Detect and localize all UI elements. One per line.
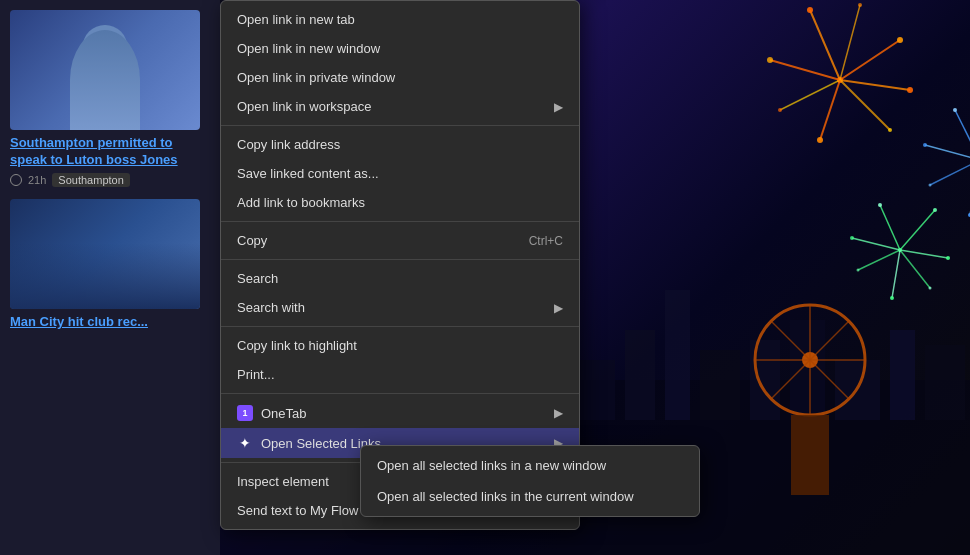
menu-label-add-link-bookmarks: Add link to bookmarks — [237, 195, 365, 210]
menu-label-open-private-window: Open link in private window — [237, 70, 395, 85]
svg-line-3 — [840, 80, 890, 130]
svg-line-24 — [955, 110, 970, 160]
divider-4 — [221, 326, 579, 327]
svg-line-2 — [840, 80, 910, 90]
menu-item-print[interactable]: Print... — [221, 360, 579, 389]
menu-item-open-workspace[interactable]: Open link in workspace ▶ — [221, 92, 579, 121]
copy-shortcut: Ctrl+C — [529, 234, 563, 248]
menu-label-open-workspace: Open link in workspace — [237, 99, 371, 114]
svg-line-22 — [930, 160, 970, 185]
svg-rect-74 — [925, 345, 965, 420]
onetab-icon: 1 — [237, 405, 253, 421]
menu-label-search-with: Search with — [237, 300, 305, 315]
svg-point-54 — [857, 269, 860, 272]
menu-item-search[interactable]: Search — [221, 264, 579, 293]
menu-item-save-linked-content[interactable]: Save linked content as... — [221, 159, 579, 188]
svg-point-51 — [946, 256, 950, 260]
star-icon-wrap: ✦ — [237, 435, 253, 451]
news-panel: Southampton permitted to speak to Luton … — [0, 0, 220, 555]
menu-label-onetab: OneTab — [261, 406, 307, 421]
svg-rect-81 — [791, 415, 829, 495]
svg-rect-68 — [665, 290, 690, 420]
svg-point-9 — [897, 37, 903, 43]
svg-line-43 — [900, 210, 935, 250]
news-card-1[interactable]: Southampton permitted to speak to Luton … — [10, 10, 210, 187]
menu-label-open-new-tab: Open link in new tab — [237, 12, 355, 27]
menu-item-copy-link-address[interactable]: Copy link address — [221, 130, 579, 159]
divider-5 — [221, 393, 579, 394]
onetab-icon-wrap: 1 — [237, 405, 253, 421]
svg-line-44 — [900, 250, 948, 258]
svg-point-52 — [929, 287, 932, 290]
menu-label-copy-link-address: Copy link address — [237, 137, 340, 152]
menu-label-print: Print... — [237, 367, 275, 382]
menu-item-open-new-window[interactable]: Open link in new window — [221, 34, 579, 63]
svg-point-13 — [778, 108, 782, 112]
svg-point-56 — [878, 203, 882, 207]
svg-point-12 — [817, 137, 823, 143]
news-card-2[interactable]: Man City hit club rec... — [10, 199, 210, 331]
menu-item-open-private-window[interactable]: Open link in private window — [221, 63, 579, 92]
menu-label-search: Search — [237, 271, 278, 286]
time-icon-1 — [10, 174, 22, 186]
svg-point-31 — [923, 143, 927, 147]
news-title-1[interactable]: Southampton permitted to speak to Luton … — [10, 135, 210, 169]
svg-line-49 — [880, 205, 900, 250]
news-card-image-1 — [10, 10, 200, 130]
chevron-right-icon: ▶ — [554, 100, 563, 114]
svg-line-7 — [810, 10, 840, 80]
menu-item-search-with[interactable]: Search with ▶ — [221, 293, 579, 322]
svg-line-23 — [925, 145, 970, 160]
menu-label-open-new-window: Open link in new window — [237, 41, 380, 56]
star-icon: ✦ — [237, 435, 253, 451]
menu-item-open-new-tab[interactable]: Open link in new tab — [221, 5, 579, 34]
chevron-right-icon-search: ▶ — [554, 301, 563, 315]
news-time-1: 21h — [28, 174, 46, 186]
svg-point-15 — [807, 7, 813, 13]
svg-point-55 — [850, 236, 854, 240]
menu-item-add-link-bookmarks[interactable]: Add link to bookmarks — [221, 188, 579, 217]
news-meta-1: 21h Southampton — [10, 173, 210, 187]
open-selected-links-submenu: Open all selected links in a new window … — [360, 445, 700, 517]
divider-2 — [221, 221, 579, 222]
svg-line-47 — [858, 250, 900, 270]
svg-line-45 — [900, 250, 930, 288]
person-body — [70, 30, 140, 130]
menu-label-copy: Copy — [237, 233, 267, 248]
svg-point-11 — [888, 128, 892, 132]
divider-1 — [221, 125, 579, 126]
svg-point-10 — [907, 87, 913, 93]
menu-label-copy-link-highlight: Copy link to highlight — [237, 338, 357, 353]
svg-point-14 — [767, 57, 773, 63]
news-tag-1[interactable]: Southampton — [52, 173, 129, 187]
crowd-overlay — [10, 243, 200, 309]
svg-point-50 — [933, 208, 937, 212]
menu-item-onetab[interactable]: 1 OneTab ▶ — [221, 398, 579, 428]
svg-line-46 — [892, 250, 900, 298]
menu-label-save-linked-content: Save linked content as... — [237, 166, 379, 181]
svg-line-6 — [770, 60, 840, 80]
submenu-item-open-all-current-window[interactable]: Open all selected links in the current w… — [361, 481, 699, 512]
svg-point-53 — [890, 296, 894, 300]
submenu-item-open-all-new-window[interactable]: Open all selected links in a new window — [361, 450, 699, 481]
svg-rect-69 — [700, 350, 740, 420]
submenu-label-open-all-new-window: Open all selected links in a new window — [377, 458, 606, 473]
divider-3 — [221, 259, 579, 260]
news-card-image-2 — [10, 199, 200, 309]
news-title-2[interactable]: Man City hit club rec... — [10, 314, 210, 331]
menu-item-copy-link-highlight[interactable]: Copy link to highlight — [221, 331, 579, 360]
svg-point-16 — [858, 3, 862, 7]
svg-rect-73 — [890, 330, 915, 420]
svg-point-30 — [929, 184, 932, 187]
menu-label-inspect-element: Inspect element — [237, 474, 329, 489]
menu-item-copy[interactable]: Copy Ctrl+C — [221, 226, 579, 255]
svg-line-48 — [852, 238, 900, 250]
svg-rect-67 — [625, 330, 655, 420]
submenu-label-open-all-current-window: Open all selected links in the current w… — [377, 489, 634, 504]
chevron-right-icon-onetab: ▶ — [554, 406, 563, 420]
svg-point-32 — [953, 108, 957, 112]
menu-label-send-text-flow: Send text to My Flow — [237, 503, 358, 518]
